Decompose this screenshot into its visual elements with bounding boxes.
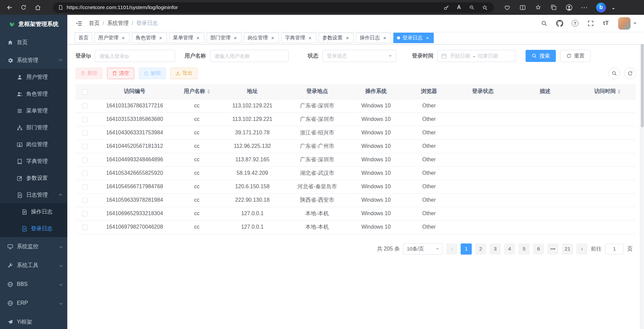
password-key-icon[interactable] xyxy=(441,3,451,12)
page-number-button[interactable]: 1 xyxy=(461,243,472,255)
page-number-button[interactable]: 2 xyxy=(475,243,486,255)
tab[interactable]: 部门管理 × xyxy=(207,33,242,43)
page-number-button[interactable]: 3 xyxy=(490,243,501,255)
goto-page-input[interactable] xyxy=(605,244,624,254)
user-menu[interactable] xyxy=(618,17,637,30)
next-page-button[interactable]: › xyxy=(576,243,587,255)
export-button[interactable]: 导出 xyxy=(170,68,198,79)
tab-close-icon[interactable]: × xyxy=(382,35,387,40)
tab-close-icon[interactable]: × xyxy=(233,35,238,40)
tab[interactable]: 菜单管理 × xyxy=(169,33,204,43)
browser-back-button[interactable] xyxy=(3,1,15,13)
search-button[interactable]: 搜索 xyxy=(526,50,556,62)
row-checkbox[interactable] xyxy=(82,198,87,203)
sidebar-item-bbs[interactable]: BBS xyxy=(0,275,67,294)
breadcrumb-home[interactable]: 首页 xyxy=(89,20,100,27)
row-checkbox[interactable] xyxy=(82,157,87,163)
refresh-table-button[interactable] xyxy=(624,67,636,79)
browser-home-button[interactable] xyxy=(32,1,44,13)
sidebar-item-post-management[interactable]: 岗位管理 xyxy=(0,136,67,153)
tab-close-icon[interactable]: × xyxy=(270,35,275,40)
page-number-button[interactable]: 5 xyxy=(518,243,530,255)
sidebar-caret-icon[interactable] xyxy=(612,8,615,11)
tab-close-icon[interactable]: × xyxy=(158,35,163,40)
sidebar-toggle-button[interactable] xyxy=(75,19,83,27)
sidebar-item-log-management[interactable]: 日志管理 xyxy=(0,187,67,203)
sidebar-item-erp[interactable]: ERP xyxy=(0,294,67,312)
page-number-button[interactable]: 6 xyxy=(533,243,544,255)
last-page-button[interactable]: 21 xyxy=(562,243,573,255)
collections-icon[interactable] xyxy=(548,2,559,12)
sidebar-item-home[interactable]: 首页 xyxy=(0,33,67,52)
sidebar-item-user-management[interactable]: 用户管理 xyxy=(0,69,67,86)
sidebar-item-login-log[interactable]: 登录日志 xyxy=(0,220,67,237)
favorites-icon[interactable] xyxy=(533,2,543,12)
browser-essentials-icon[interactable] xyxy=(502,2,512,12)
row-checkbox[interactable] xyxy=(82,184,87,190)
help-icon[interactable]: ? xyxy=(571,19,579,27)
header-search-icon[interactable] xyxy=(540,19,548,27)
page-size-select[interactable]: 10条/页 xyxy=(403,243,443,255)
col-visit-time[interactable]: 访问时间 xyxy=(579,84,636,99)
username-input[interactable] xyxy=(210,50,289,62)
sort-carets-icon[interactable] xyxy=(618,89,620,94)
browser-refresh-button[interactable] xyxy=(17,1,30,13)
delete-button[interactable]: 删除 xyxy=(75,68,103,79)
date-range-picker[interactable]: 开始日期 - 结束日期 xyxy=(437,50,515,62)
tab[interactable]: 参数设置 × xyxy=(319,33,354,43)
sidebar-item-system-management[interactable]: 系统管理 xyxy=(0,52,67,69)
more-pages-button[interactable]: ••• xyxy=(547,243,559,255)
zoom-out-icon[interactable] xyxy=(467,3,476,12)
sidebar-item-system-monitor[interactable]: 系统监控 xyxy=(0,237,67,256)
add-favorite-icon[interactable] xyxy=(480,3,489,12)
clear-button[interactable]: 清空 xyxy=(107,68,134,79)
sidebar-item-system-tools[interactable]: 系统工具 xyxy=(0,256,67,275)
tab-close-icon[interactable]: × xyxy=(121,35,126,40)
row-checkbox[interactable] xyxy=(82,171,87,176)
page-scrollbar[interactable] xyxy=(640,15,644,329)
status-select[interactable]: 登录状态 xyxy=(322,50,396,62)
sidebar-item-dict-management[interactable]: 字典管理 xyxy=(0,153,67,170)
tab[interactable]: 字典管理 × xyxy=(281,33,316,43)
reset-button[interactable]: 重置 xyxy=(560,50,591,62)
tab[interactable]: 岗位管理 × xyxy=(244,33,279,43)
fullscreen-icon[interactable] xyxy=(586,19,595,27)
browser-profile-icon[interactable] xyxy=(564,2,574,12)
browser-more-menu-icon[interactable]: ⋯ xyxy=(579,2,589,12)
github-icon[interactable] xyxy=(556,19,564,27)
row-checkbox[interactable] xyxy=(82,144,87,149)
sidebar-item-yi-framework[interactable]: Yi框架 xyxy=(0,312,67,329)
row-checkbox[interactable] xyxy=(82,103,87,109)
sidebar-item-param-settings[interactable]: 参数设置 xyxy=(0,170,67,187)
tab-close-icon[interactable]: × xyxy=(345,35,350,40)
sidebar-item-dept-management[interactable]: 部门管理 xyxy=(0,119,67,136)
bing-sidebar-icon[interactable]: b xyxy=(596,3,606,12)
tab-close-icon[interactable]: × xyxy=(425,35,430,40)
row-checkbox[interactable] xyxy=(82,211,87,217)
select-all-checkbox[interactable] xyxy=(82,89,87,95)
page-number-button[interactable]: 4 xyxy=(504,243,515,255)
breadcrumb-system[interactable]: 系统管理 xyxy=(107,20,129,27)
avatar[interactable] xyxy=(618,17,631,30)
toggle-search-button[interactable] xyxy=(608,67,620,79)
tab[interactable]: 首页 xyxy=(75,33,92,43)
url-text[interactable]: https://ccnetcore.com:1101/system/log/lo… xyxy=(67,4,178,10)
tab[interactable]: 角色管理 × xyxy=(132,33,167,43)
sidebar-item-menu-management[interactable]: 菜单管理 xyxy=(0,102,67,119)
address-bar[interactable]: https://ccnetcore.com:1101/system/log/lo… xyxy=(53,2,494,13)
login-ip-input[interactable] xyxy=(95,50,175,62)
font-size-icon[interactable]: tT xyxy=(602,19,610,27)
tab[interactable]: 用户管理 × xyxy=(95,33,130,43)
prev-page-button[interactable]: ‹ xyxy=(446,243,457,255)
split-screen-icon[interactable] xyxy=(517,2,528,12)
sort-carets-icon[interactable] xyxy=(207,89,210,94)
sidebar-item-operation-log[interactable]: 操作日志 xyxy=(0,203,67,220)
tab-close-icon[interactable]: × xyxy=(195,35,201,40)
tab-close-icon[interactable]: × xyxy=(308,35,313,40)
col-username[interactable]: 用户名称 xyxy=(175,84,219,99)
read-aloud-icon[interactable]: A xyxy=(454,3,464,12)
sidebar-item-role-management[interactable]: 角色管理 xyxy=(0,86,67,102)
row-checkbox[interactable] xyxy=(82,130,87,136)
unlock-button[interactable]: 解锁 xyxy=(139,68,166,79)
tab[interactable]: 登录日志 × xyxy=(393,33,434,43)
